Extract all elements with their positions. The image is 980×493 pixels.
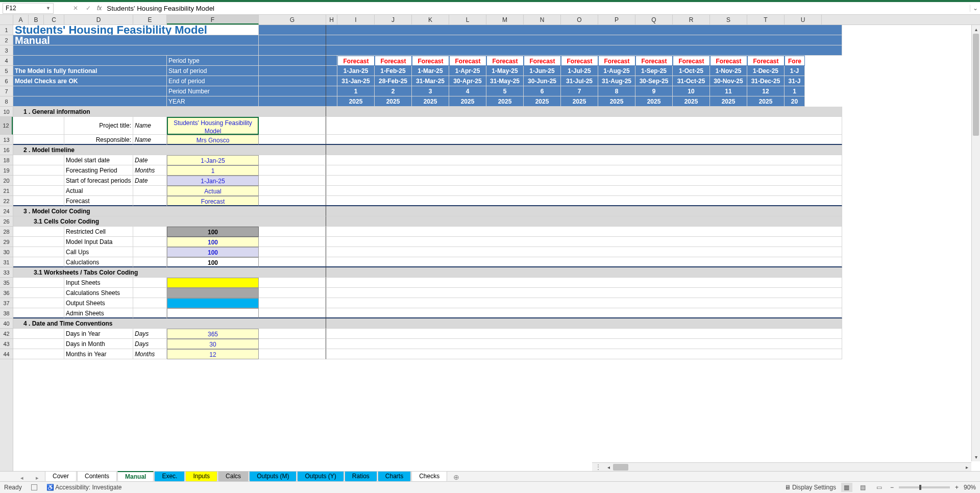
zoom-slider[interactable] [899, 486, 950, 488]
row-header-35[interactable]: 35 [0, 278, 13, 288]
section-2[interactable]: 2 . Model timeline [13, 145, 326, 155]
dc-label-2[interactable]: Months in Year [64, 349, 133, 359]
subtitle-cell[interactable]: Manual [13, 35, 259, 45]
cell[interactable] [326, 25, 842, 35]
cell[interactable] [259, 308, 326, 318]
cell[interactable] [13, 288, 64, 298]
cell[interactable] [326, 216, 842, 227]
col-header-H[interactable]: H [326, 15, 337, 24]
cell[interactable] [259, 329, 326, 339]
scroll-right-icon[interactable]: ▸ [963, 464, 971, 470]
period-year-10[interactable]: 2025 [710, 96, 747, 107]
dc-val-0[interactable]: 365 [167, 329, 259, 339]
cell[interactable] [259, 86, 326, 96]
tc-block-0[interactable] [167, 278, 259, 288]
end-period-label[interactable]: End of period [167, 76, 259, 86]
cell[interactable] [259, 339, 326, 349]
col-header-I[interactable]: I [337, 15, 375, 24]
new-sheet-button[interactable]: ⊕ [450, 473, 462, 481]
cell[interactable] [326, 318, 842, 329]
accessibility-status[interactable]: ♿ Accessibility: Investigate [46, 484, 122, 491]
cell[interactable] [13, 329, 64, 339]
period-year-2[interactable]: 2025 [412, 96, 449, 107]
forecast-hdr-5[interactable]: Forecast [524, 56, 561, 66]
period-num-9[interactable]: 10 [673, 86, 710, 96]
cell[interactable] [326, 86, 337, 96]
period-start-5[interactable]: 1-Jun-25 [524, 66, 561, 76]
period-end-6[interactable]: 31-Jul-25 [561, 76, 598, 86]
tl-val-2[interactable]: 1-Jan-25 [167, 176, 259, 186]
cc-label-3[interactable]: Caluclations [64, 257, 133, 267]
period-end-0[interactable]: 31-Jan-25 [337, 76, 375, 86]
cell[interactable] [259, 117, 326, 135]
column-headers[interactable]: ABCDEFGHIJKLMNOPQRSTU [0, 15, 980, 25]
period-year-1[interactable]: 2025 [375, 96, 412, 107]
tl-val-0[interactable]: 1-Jan-25 [167, 155, 259, 165]
cell[interactable] [13, 96, 167, 107]
cell[interactable] [326, 135, 842, 145]
forecast-hdr-8[interactable]: Forecast [635, 56, 673, 66]
cell[interactable] [326, 196, 842, 206]
col-header-N[interactable]: N [524, 15, 561, 24]
start-period-label[interactable]: Start of period [167, 66, 259, 76]
col-header-B[interactable]: B [29, 15, 44, 24]
cell[interactable] [259, 176, 326, 186]
cell[interactable] [13, 135, 64, 145]
cell[interactable] [259, 237, 326, 247]
row-header-19[interactable]: 19 [0, 165, 13, 176]
cc-label-1[interactable]: Model Input Data [64, 237, 133, 247]
cell[interactable]: 31-J [785, 76, 805, 86]
cell[interactable] [259, 349, 326, 359]
period-end-7[interactable]: 31-Aug-25 [598, 76, 635, 86]
cell[interactable] [326, 145, 842, 155]
period-num-3[interactable]: 4 [449, 86, 486, 96]
dc-label-0[interactable]: Days in Year [64, 329, 133, 339]
cell[interactable] [326, 186, 842, 196]
tc-block-3[interactable] [167, 308, 259, 318]
sheet-tab-inputs[interactable]: Inputs [185, 471, 217, 481]
forecast-hdr-9[interactable]: Forecast [673, 56, 710, 66]
cell[interactable] [133, 227, 167, 237]
cell[interactable] [259, 155, 326, 165]
cc-label-0[interactable]: Restricted Cell [64, 227, 133, 237]
col-header-P[interactable]: P [598, 15, 635, 24]
period-start-7[interactable]: 1-Aug-25 [598, 66, 635, 76]
cell[interactable] [259, 278, 326, 288]
row-headers[interactable]: 1234567810121316181920212224262829303133… [0, 25, 13, 471]
row-header-40[interactable]: 40 [0, 318, 13, 329]
tc-label-0[interactable]: Input Sheets [64, 278, 133, 288]
cell[interactable] [259, 298, 326, 308]
page-layout-button[interactable]: ▤ [857, 483, 869, 492]
section-3[interactable]: 3 . Model Color Coding [13, 206, 326, 216]
scroll-thumb[interactable] [973, 34, 979, 136]
tl-label-0[interactable]: Model start date [64, 155, 133, 165]
forecast-hdr-1[interactable]: Forecast [375, 56, 412, 66]
row-header-38[interactable]: 38 [0, 308, 13, 318]
sheet-tab-outputsy[interactable]: Outputs (Y) [297, 471, 344, 481]
cell[interactable] [259, 165, 326, 176]
cell[interactable] [259, 288, 326, 298]
cell[interactable] [259, 25, 326, 35]
zoom-in-button[interactable]: + [955, 484, 959, 491]
row-header-43[interactable]: 43 [0, 339, 13, 349]
col-header-O[interactable]: O [561, 15, 598, 24]
sheet-tab-contents[interactable]: Contents [77, 471, 117, 481]
forecast-hdr-7[interactable]: Forecast [598, 56, 635, 66]
cell[interactable] [259, 56, 326, 66]
cell[interactable] [13, 339, 64, 349]
project-value[interactable]: Students' Housing Feasibility Model [167, 117, 259, 135]
cell[interactable] [326, 96, 337, 107]
cell[interactable] [13, 298, 64, 308]
cell[interactable] [259, 135, 326, 145]
cell[interactable] [326, 165, 842, 176]
row-header-29[interactable]: 29 [0, 237, 13, 247]
cell[interactable] [326, 278, 842, 288]
tl-val-1[interactable]: 1 [167, 165, 259, 176]
period-year-5[interactable]: 2025 [524, 96, 561, 107]
tl-label-4[interactable]: Forecast [64, 196, 133, 206]
dc-val-2[interactable]: 12 [167, 349, 259, 359]
period-num-8[interactable]: 9 [635, 86, 673, 96]
row-header-42[interactable]: 42 [0, 329, 13, 339]
cell[interactable] [13, 227, 64, 237]
cell[interactable] [326, 308, 842, 318]
